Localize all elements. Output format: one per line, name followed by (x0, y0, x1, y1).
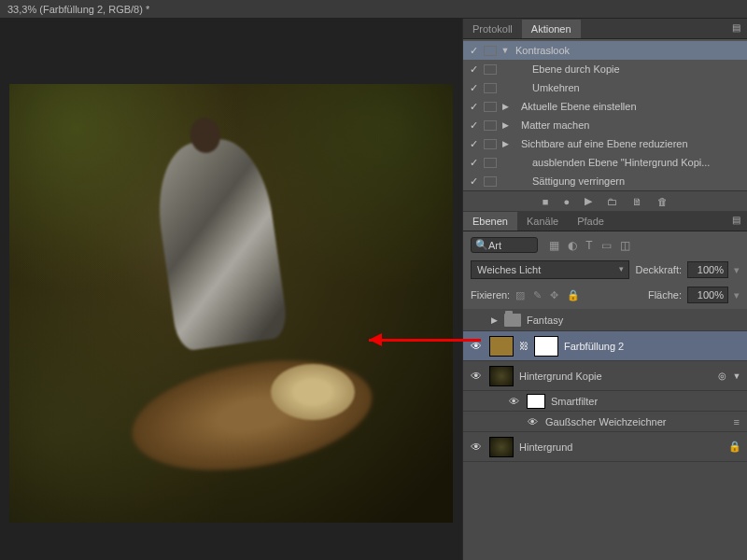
layer-group-row[interactable]: ▶ Fantasy (463, 309, 747, 331)
visibility-icon[interactable]: 👁 (525, 416, 540, 427)
smartfilter-name: Gaußscher Weichzeichner (545, 416, 728, 427)
action-item[interactable]: ✓ Sättigung verringern (463, 172, 747, 190)
chevron-right-icon[interactable]: ▶ (500, 139, 510, 148)
search-icon: 🔍 (475, 239, 488, 251)
layer-thumbnail[interactable] (489, 437, 514, 457)
link-icon[interactable]: ⛓ (519, 341, 529, 351)
panel-menu-icon[interactable]: ▤ (732, 22, 743, 34)
lock-position-icon[interactable]: ✥ (550, 289, 558, 301)
tab-kanaele[interactable]: Kanäle (517, 212, 568, 231)
action-label: Matter machen (514, 119, 589, 131)
layer-mask-thumbnail[interactable] (534, 336, 558, 357)
history-actions-tabs: Protokoll Aktionen ▤ (463, 19, 747, 39)
visibility-icon[interactable]: 👁 (469, 441, 484, 454)
tab-pfade[interactable]: Pfade (568, 212, 613, 231)
chevron-down-icon[interactable]: ▼ (732, 371, 741, 381)
actions-list: ✓ ▼ Kontraslook ✓ Ebene durch Kopie ✓ Um… (463, 39, 747, 190)
record-icon[interactable]: ● (564, 196, 571, 207)
tab-ebenen[interactable]: Ebenen (463, 212, 517, 231)
lock-label: Fixieren: (471, 289, 510, 301)
layers-panel-tabs: Ebenen Kanäle Pfade ▤ (463, 211, 747, 231)
action-label: Umkehren (514, 82, 580, 93)
filter-type-icon[interactable]: T (585, 239, 592, 252)
action-item[interactable]: ✓ Ebene durch Kopie (463, 60, 747, 78)
action-item[interactable]: ✓ Umkehren (463, 78, 747, 97)
action-label: Aktuelle Ebene einstellen (514, 101, 637, 112)
action-item[interactable]: ✓▶ Sichtbare auf eine Ebene reduzieren (463, 134, 747, 153)
tab-protokoll[interactable]: Protokoll (463, 20, 522, 38)
smartfilter-header[interactable]: 👁 Smartfilter (463, 391, 747, 412)
document-title: 33,3% (Farbfüllung 2, RGB/8) * (0, 0, 747, 19)
filter-adjust-icon[interactable]: ◐ (568, 239, 577, 252)
smartfilter-label: Smartfilter (551, 396, 747, 407)
action-item[interactable]: ✓▶ Matter machen (463, 116, 747, 134)
lock-transparent-icon[interactable]: ▨ (515, 289, 525, 301)
chevron-right-icon[interactable]: ▶ (500, 120, 510, 130)
action-item[interactable]: ✓ ausblenden Ebene "Hintergrund Kopi... (463, 153, 747, 172)
canvas-area (0, 19, 462, 560)
visibility-icon[interactable]: 👁 (469, 340, 484, 353)
panel-menu-icon[interactable]: ▤ (732, 215, 743, 226)
layer-name: Hintergrund (519, 441, 723, 453)
layer-thumbnail[interactable] (489, 366, 514, 386)
lock-all-icon[interactable]: 🔒 (567, 289, 580, 301)
action-item[interactable]: ✓▶ Aktuelle Ebene einstellen (463, 97, 747, 116)
action-label: Sichtbare auf eine Ebene reduzieren (514, 138, 688, 149)
layer-list: ▶ Fantasy 👁 ⛓ Farbfüllung 2 👁 Hintergrun… (463, 309, 747, 560)
action-set-row[interactable]: ✓ ▼ Kontraslook (463, 41, 747, 60)
layer-name: Farbfüllung 2 (564, 341, 741, 352)
layer-thumbnail[interactable] (489, 336, 514, 357)
stop-icon[interactable]: ■ (543, 196, 549, 207)
filter-smart-icon[interactable]: ◫ (620, 239, 630, 252)
visibility-icon[interactable]: 👁 (506, 396, 521, 407)
tab-aktionen[interactable]: Aktionen (522, 20, 581, 38)
layer-name: Fantasy (527, 315, 741, 326)
play-icon[interactable]: ▶ (585, 195, 592, 207)
layer-row-farbfuellung2[interactable]: 👁 ⛓ Farbfüllung 2 (463, 331, 747, 361)
opacity-input[interactable]: 100% (687, 261, 728, 278)
layer-filter-icons: ▦ ◐ T ▭ ◫ (543, 239, 630, 252)
lock-pixels-icon[interactable]: ✎ (533, 289, 542, 301)
visibility-icon[interactable]: 👁 (469, 370, 484, 383)
filter-mask-thumbnail[interactable] (527, 394, 545, 409)
new-folder-icon[interactable]: 🗀 (607, 196, 617, 207)
image-canvas[interactable] (9, 84, 453, 523)
chevron-right-icon[interactable]: ▶ (500, 102, 510, 111)
filter-shape-icon[interactable]: ▭ (601, 239, 612, 252)
folder-icon (504, 314, 521, 327)
dialog-toggle[interactable] (484, 64, 497, 75)
action-label: ausblenden Ebene "Hintergrund Kopi... (514, 157, 710, 168)
smartfilter-item[interactable]: 👁 Gaußscher Weichzeichner ≡ (463, 412, 747, 432)
layer-filter-input[interactable] (488, 240, 528, 251)
action-label: Ebene durch Kopie (514, 63, 620, 75)
check-icon[interactable]: ✓ (467, 63, 480, 76)
fill-input[interactable]: 100% (687, 287, 728, 303)
layer-filter-select[interactable]: 🔍 (471, 237, 538, 253)
filter-options-icon[interactable]: ≡ (734, 416, 740, 427)
layer-name: Hintergrund Kopie (519, 371, 709, 382)
check-icon[interactable]: ✓ (467, 44, 480, 57)
chevron-right-icon[interactable]: ▶ (489, 315, 499, 325)
lock-icon: 🔒 (728, 441, 741, 453)
layer-row-hintergrund-kopie[interactable]: 👁 Hintergrund Kopie ◎ ▼ (463, 361, 747, 391)
trash-icon[interactable]: 🗑 (657, 196, 668, 207)
fill-label: Fläche: (648, 289, 682, 301)
dialog-toggle[interactable] (484, 46, 497, 56)
disclosure-icon[interactable]: ▼ (500, 46, 510, 55)
new-action-icon[interactable]: 🗎 (632, 196, 642, 207)
action-set-label: Kontraslook (514, 45, 570, 56)
filter-pixel-icon[interactable]: ▦ (549, 239, 559, 252)
blend-mode-select[interactable]: Weiches Licht (471, 260, 629, 279)
actions-footer: ■ ● ▶ 🗀 🗎 🗑 (463, 190, 747, 211)
smart-object-icon: ◎ (718, 371, 726, 381)
opacity-label: Deckkraft: (635, 264, 682, 275)
action-label: Sättigung verringern (514, 175, 625, 187)
layer-row-hintergrund[interactable]: 👁 Hintergrund 🔒 (463, 432, 747, 462)
